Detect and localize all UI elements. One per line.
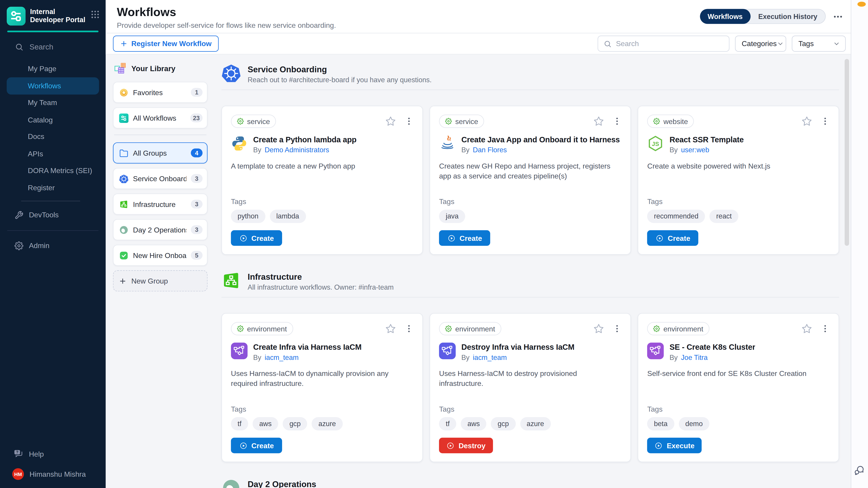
by-label: By [461,354,469,361]
section-header: Day 2 Operations [221,478,839,488]
sidebar-item-label: Register [28,184,55,192]
kebab-menu-icon[interactable] [613,117,621,126]
by-label: By [670,146,678,154]
tags-dropdown[interactable]: Tags [792,36,846,52]
card-title-row: Create a Python lambda app By Demo Admin… [231,135,413,154]
author-link[interactable]: Demo Administrators [265,146,329,154]
sidebar-item-help[interactable]: ? Help [0,444,106,464]
play-icon [446,441,455,450]
tag-pill: demo [679,417,709,430]
favorite-star-icon[interactable] [593,116,604,127]
create-button[interactable]: Create [439,230,490,246]
search-icon [15,42,23,51]
sidebar-item-apis[interactable]: APIs [0,145,106,162]
gear-icon [237,118,244,125]
library-group-infrastructure[interactable]: Infrastructure 3 [113,194,208,215]
library-group-all-groups[interactable]: All Groups 4 [113,142,208,164]
kebab-menu-icon[interactable] [821,117,830,126]
day2-icon [119,225,129,234]
create-button[interactable]: Create [231,230,282,246]
card-title-row: Create Java App and Onboard it to Harnes… [439,135,622,154]
favorite-star-icon[interactable] [385,323,396,334]
categories-dropdown[interactable]: Categories [735,36,786,52]
tab-workflows[interactable]: Workflows [700,9,750,24]
library-group-label: Favorites [133,88,163,96]
section-service-onboarding: Service Onboarding Reach out to #archite… [221,64,839,255]
register-new-workflow-button[interactable]: Register New Workflow [113,36,219,52]
right-rail [851,0,868,488]
card-actions [385,323,413,334]
sidebar-item-dora-metrics-sei[interactable]: DORA Metrics (SEI) [0,162,106,179]
tags-label: Tags [647,197,830,206]
new-group-button[interactable]: New Group [113,270,208,291]
tags-label: Tags [798,39,814,48]
by-label: By [461,146,469,154]
sidebar-item-register[interactable]: Register [0,179,106,196]
execute-button[interactable]: Execute [647,437,702,453]
tag-pill: aws [461,417,487,430]
sidebar-item-workflows[interactable]: Workflows [7,77,99,94]
search-input[interactable] [616,39,723,48]
sidebar-search[interactable]: Search [0,32,106,55]
destroy-button[interactable]: Destroy [439,437,493,453]
workflow-byline: By Dan Flores [461,146,620,154]
library-group-day-2-operations[interactable]: Day 2 Operations 3 [113,219,208,240]
favorite-star-icon[interactable] [801,323,812,334]
tags-label: Tags [439,405,622,413]
sidebar-item-admin[interactable]: Admin [0,236,106,255]
library-group-new-hire-onboarding[interactable]: New Hire Onboarding 5 [113,245,208,266]
view-switcher: Workflows Execution History [700,9,826,24]
workflow-cards-grid: environment Create Infra via Harness IaC… [221,313,839,462]
favorite-star-icon[interactable] [801,116,812,127]
scrollbar[interactable] [845,59,849,246]
favorite-star-icon[interactable] [593,323,604,334]
create-button[interactable]: Create [231,437,282,453]
type-badge: environment [231,322,293,335]
gear-icon [653,325,660,332]
author-link[interactable]: iacm_team [473,354,507,361]
sidebar-item-my-page[interactable]: My Page [0,60,106,77]
library-group-service-onboarding[interactable]: Service Onboarding 3 [113,168,208,189]
sidebar-item-docs[interactable]: Docs [0,128,106,145]
sidebar-item-label: Docs [28,132,44,141]
kebab-menu-icon[interactable] [613,324,621,333]
sidebar-item-my-team[interactable]: My Team [0,94,106,111]
iacm-indigo-icon [439,343,456,359]
tag-pill: beta [647,417,674,430]
sidebar-item-devtools[interactable]: DevTools [0,205,106,225]
sidebar-item-catalog[interactable]: Catalog [0,111,106,128]
by-label: By [670,354,678,361]
kebab-menu-icon[interactable] [404,117,413,126]
card-title-row: Create Infra via Harness IaCM By iacm_te… [231,343,413,361]
tab-execution-history[interactable]: Execution History [750,9,825,24]
workflows-logo-icon [119,113,129,123]
search-icon [604,40,612,47]
kebab-menu-icon[interactable] [404,324,413,333]
user-menu[interactable]: HM Himanshu Mishra [0,464,106,488]
author-link[interactable]: Dan Flores [473,146,507,154]
sidebar-footer: ? Help HM Himanshu Mishra [0,444,106,488]
kebab-menu-icon[interactable] [821,324,830,333]
favorite-star-icon[interactable] [385,116,396,127]
section-title: Service Onboarding [248,65,432,74]
chat-bubbles-icon[interactable] [854,465,865,476]
library-group-all-workflows[interactable]: All Workflows 23 [113,107,208,129]
author-link[interactable]: Joe Titra [681,354,708,361]
count-badge: 3 [191,200,203,208]
tag-pill: azure [520,417,551,430]
header-controls: Workflows Execution History [700,9,843,24]
create-button[interactable]: Create [647,230,699,246]
nodejs-icon: JS [647,135,664,152]
action-label: Execute [667,441,694,450]
java-icon [439,135,456,152]
library-group-favorites[interactable]: Favorites 1 [113,82,208,103]
workflow-title: Create Java App and Onboard it to Harnes… [461,135,620,144]
action-label: Create [251,234,274,242]
workflow-title: React SSR Template [670,135,744,144]
section-title: Infrastructure [248,272,394,282]
apps-grid-icon[interactable] [90,9,100,20]
author-link[interactable]: iacm_team [265,354,299,361]
more-options-icon[interactable] [833,11,843,21]
author-link[interactable]: user:web [681,146,709,154]
infrastructure-icon [119,199,129,209]
